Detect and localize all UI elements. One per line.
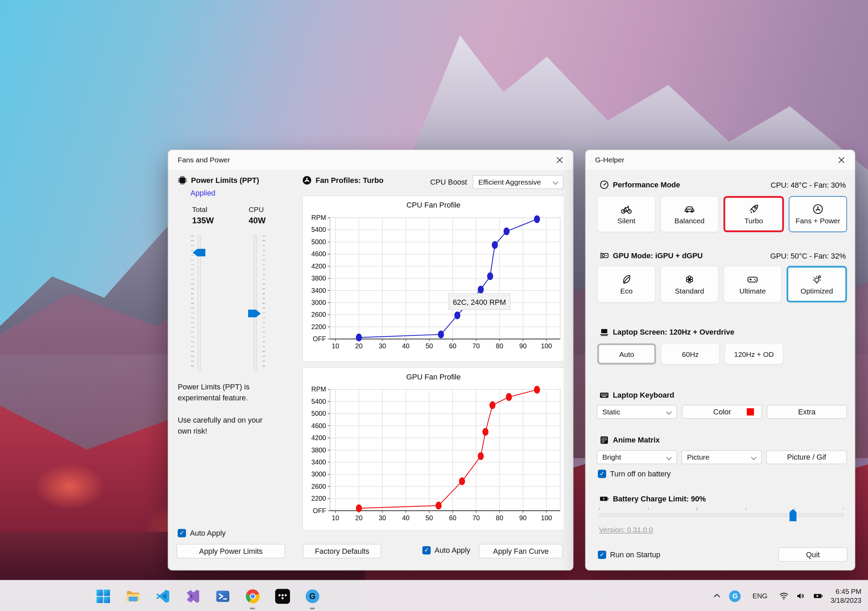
cpu-power-slider[interactable] <box>248 235 265 371</box>
battery-icon[interactable] <box>814 591 823 601</box>
keyboard-color-button[interactable]: Color <box>682 405 763 418</box>
mode-label: Ultimate <box>739 287 766 295</box>
taskbar-g-helper-icon[interactable]: G <box>301 585 324 607</box>
mode-label: 60Hz <box>682 350 699 358</box>
taskbar: G G ENG 6:45 PM 3/18/2023 <box>0 580 868 611</box>
cpu-fan-chart-panel: 102030405060708090100OFF2200260030003400… <box>302 196 565 362</box>
svg-text:4600: 4600 <box>311 422 326 429</box>
risk-note: Use carefully and on your own risk! <box>178 415 276 436</box>
matrix-running-value: Picture <box>687 453 709 461</box>
run-on-startup-label: Run on Startup <box>610 551 660 559</box>
keyboard-icon <box>600 390 609 400</box>
svg-text:2600: 2600 <box>311 483 326 490</box>
mode-silent[interactable]: Silent <box>597 196 656 232</box>
apply-power-limits-button[interactable]: Apply Power Limits <box>177 544 285 558</box>
svg-text:G: G <box>309 592 315 601</box>
svg-text:CPU Fan Profile: CPU Fan Profile <box>407 201 461 210</box>
quit-button[interactable]: Quit <box>778 547 848 562</box>
svg-text:2200: 2200 <box>311 494 326 502</box>
svg-text:5000: 5000 <box>311 410 326 417</box>
taskbar-file-explorer-icon[interactable] <box>122 585 144 607</box>
mode-120hz-od[interactable]: 120Hz + OD <box>725 344 783 364</box>
mode-60hz[interactable]: 60Hz <box>661 344 719 364</box>
total-value: 135W <box>192 215 214 225</box>
cpu-boost-value: Efficient Aggressive <box>478 178 541 186</box>
battery-charge-slider[interactable] <box>599 507 844 522</box>
matrix-running-dropdown[interactable]: Picture <box>682 450 762 464</box>
apply-fan-curve-button[interactable]: Apply Fan Curve <box>479 544 563 558</box>
svg-text:62C, 2400 RPM: 62C, 2400 RPM <box>453 298 506 306</box>
run-on-startup-checkbox[interactable] <box>598 551 606 559</box>
matrix-brightness-dropdown[interactable]: Bright <box>597 450 677 464</box>
run-on-startup-row: Run on Startup <box>598 551 660 559</box>
tray-time: 6:45 PM <box>831 587 862 596</box>
cpu-fan-profile-chart[interactable]: 102030405060708090100OFF2200260030003400… <box>303 196 564 361</box>
mode-turbo[interactable]: Turbo <box>724 196 784 232</box>
keyboard-extra-button[interactable]: Extra <box>767 405 847 418</box>
svg-text:60: 60 <box>449 514 457 522</box>
svg-text:100: 100 <box>541 514 552 522</box>
battery-charge-slider-thumb[interactable] <box>789 509 797 521</box>
matrix-icon <box>600 435 609 445</box>
auto-apply-power-checkbox[interactable] <box>178 529 186 537</box>
keyboard-mode-dropdown[interactable]: Static <box>597 405 677 418</box>
slider-track[interactable] <box>254 235 257 371</box>
taskbar-visual-studio-icon[interactable] <box>181 585 204 607</box>
svg-text:4200: 4200 <box>311 434 326 442</box>
factory-defaults-button[interactable]: Factory Defaults <box>303 544 381 558</box>
mode-balanced[interactable]: Balanced <box>660 196 718 232</box>
mode-fans-power[interactable]: Fans + Power <box>789 196 847 232</box>
mode-standard[interactable]: Standard <box>660 266 718 302</box>
cpu-boost-label: CPU Boost <box>430 178 467 186</box>
taskbar-icons: G <box>92 585 323 607</box>
battery-charge-limit-heading: Battery Charge Limit: 90% <box>600 494 706 504</box>
mode-eco[interactable]: Eco <box>597 266 656 302</box>
bulb-icon <box>811 273 823 285</box>
tray-clock[interactable]: 6:45 PM 3/18/2023 <box>831 587 862 605</box>
slider-ticks <box>599 507 844 510</box>
matrix-picture-gif-button[interactable]: Picture / Gif <box>766 450 847 464</box>
tray-g-helper-icon[interactable]: G <box>729 590 741 602</box>
taskbar-vscode-icon[interactable] <box>152 585 174 607</box>
car-icon <box>684 204 695 215</box>
speaker-icon[interactable] <box>796 591 806 601</box>
mode-label: Balanced <box>674 216 705 225</box>
taskbar-start-icon[interactable] <box>92 585 114 607</box>
svg-text:OFF: OFF <box>313 335 326 342</box>
performance-mode-row: SilentBalancedTurboFans + Power <box>597 196 847 232</box>
svg-text:2200: 2200 <box>311 323 326 331</box>
fans-power-window: Fans and Power Power Limits (PPT) Applie… <box>168 150 574 571</box>
flower-icon <box>684 273 695 285</box>
total-power-slider[interactable] <box>191 235 209 371</box>
close-icon[interactable] <box>552 153 568 167</box>
slider-track[interactable] <box>599 513 844 517</box>
keyboard-mode-value: Static <box>602 407 620 416</box>
auto-apply-power-row: Auto Apply <box>178 529 226 537</box>
mode-ultimate[interactable]: Ultimate <box>724 266 782 302</box>
mode-auto[interactable]: Auto <box>597 344 656 364</box>
svg-text:RPM: RPM <box>312 385 326 393</box>
turn-off-on-battery-checkbox[interactable] <box>598 470 606 478</box>
auto-apply-fan-label: Auto Apply <box>435 546 470 555</box>
version-link[interactable]: Version: 0.31.0.0 <box>599 526 653 534</box>
svg-text:60: 60 <box>449 342 457 350</box>
close-icon[interactable] <box>833 153 850 167</box>
wifi-icon[interactable] <box>779 591 789 601</box>
svg-text:5400: 5400 <box>311 226 326 233</box>
total-power-slider-thumb[interactable] <box>193 249 205 257</box>
cpu-power-slider-thumb[interactable] <box>248 309 261 317</box>
svg-text:4600: 4600 <box>311 250 326 258</box>
auto-apply-fan-checkbox[interactable] <box>422 546 431 555</box>
gpu-fan-profile-chart[interactable]: 102030405060708090100OFF2200260030003400… <box>303 368 564 530</box>
taskbar-chrome-icon[interactable] <box>241 585 264 607</box>
taskbar-tidal-icon[interactable] <box>271 585 294 607</box>
mode-optimized[interactable]: Optimized <box>787 266 847 302</box>
svg-text:90: 90 <box>519 514 527 522</box>
cpu-boost-dropdown[interactable]: Efficient Aggressive <box>473 175 563 189</box>
svg-text:GPU Fan Profile: GPU Fan Profile <box>406 373 461 381</box>
ghelper-window-title: G-Helper <box>595 155 624 164</box>
tray-language[interactable]: ENG <box>752 592 767 600</box>
svg-text:3000: 3000 <box>311 299 326 306</box>
taskbar-powershell-icon[interactable] <box>212 585 234 607</box>
tray-chevron-up-icon[interactable] <box>712 591 722 601</box>
